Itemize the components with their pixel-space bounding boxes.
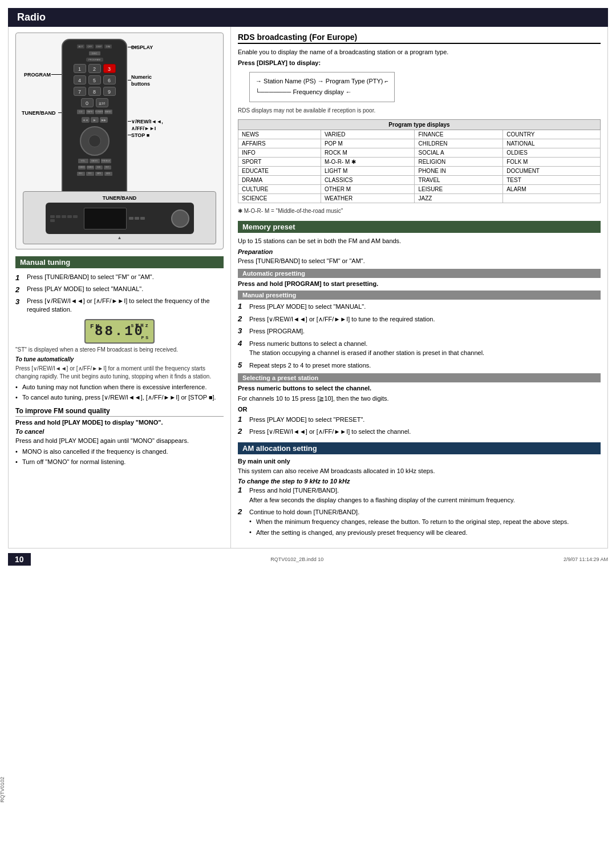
table-row: AFFAIRSPOP MCHILDRENNATIONAL [238, 139, 601, 148]
freq-display: FM 88.10 MHz ST PS [84, 319, 155, 344]
table-header: Program type displays [238, 120, 601, 130]
select-step-1: 1 Press [PLAY MODE] to select "PRESET". [238, 415, 601, 425]
manual-preset-step-1: 1 Press [PLAY MODE] to select "MANUAL". [238, 302, 601, 312]
or-text: OR [238, 406, 601, 413]
table-cell: NEWS [238, 130, 321, 139]
am-allocation-section: AM allocation setting By main unit only … [238, 442, 601, 539]
table-cell: POP M [321, 139, 415, 148]
table-cell: SPORT [238, 158, 321, 167]
memory-preset-bar: Memory preset [238, 221, 601, 233]
preparation-title: Preparation [238, 248, 601, 255]
press-display-label: Press [DISPLAY] to display: [238, 59, 601, 66]
rds-note: RDS displays may not be available if rec… [238, 107, 601, 115]
table-cell: LEISURE [415, 185, 503, 194]
auto-tune-bullet-2: • To cancel auto tuning, press [∨/REW/I◄… [15, 393, 224, 402]
table-row: DRAMACLASSICSTRAVELTEST [238, 176, 601, 185]
remote-diagram-area: AUT OFF DISP DIM DISC [15, 33, 224, 249]
selecting-note: For channels 10 to 15 press [≧10], then … [238, 394, 601, 404]
page-wrapper: Radio AUT [0, 8, 616, 568]
table-cell: ALARM [503, 185, 601, 194]
manual-step-3: 3 Press [∨/REW/I◄◄] or [∧/FF/►►I] to sel… [15, 297, 224, 314]
auto-presetting-bar: Automatic presetting [238, 269, 601, 278]
am-step2-bullet-2: • After the setting is changed, any prev… [249, 528, 569, 538]
manual-preset-step-2: 2 Press [∨/REW/I◄◄] or [∧/FF/►►I] to tun… [238, 314, 601, 324]
rds-section: RDS broadcasting (For Europe) Enable you… [238, 33, 601, 214]
am-step2-bullet-1: • When the minimum frequency changes, re… [249, 517, 569, 527]
table-cell: SCIENCE [238, 194, 321, 203]
stop-label: STOP ■ [131, 132, 149, 138]
manual-step-2: 2 Press [PLAY MODE] to select "MANUAL". [15, 285, 224, 294]
table-row: INFOROCK MSOCIAL AOLDIES [238, 148, 601, 158]
improve-bullet-1: • MONO is also cancelled if the frequenc… [15, 447, 224, 456]
memory-preset-body: Up to 15 stations can be set in both the… [238, 236, 601, 246]
table-cell: OTHER M [321, 185, 415, 194]
table-cell: CLASSICS [321, 176, 415, 185]
tuner-band-bottom-label: TUNER/BAND [103, 195, 137, 201]
rds-flow-line1: → Station Name (PS) → Program Type (PTY)… [256, 76, 388, 87]
manual-preset-step-3: 3 Press [PROGRAM]. [238, 326, 601, 336]
am-allocation-bar: AM allocation setting [238, 442, 601, 454]
freq-st-label: ST [131, 323, 140, 328]
manual-tuning-header: Manual tuning [15, 256, 224, 268]
am-step2-text: Continue to hold down [TUNER/BAND]. [249, 507, 569, 517]
page-footer: 10 RQTV0102_2B.indd 10 2/9/07 11:14:29 A… [0, 551, 616, 568]
page-number: 10 [8, 553, 31, 566]
table-row: SPORTM-O-R- M ✱RELIGIONFOLK M [238, 158, 601, 167]
by-main-unit-only: By main unit only [238, 458, 601, 465]
left-column: AUT OFF DISP DIM DISC [9, 27, 231, 548]
table-row: EDUCATELIGHT MPHONE INDOCUMENT [238, 167, 601, 176]
auto-tune-text: Press [∨/REW/I◄◄] or [∧/FF/►►I] for a mo… [15, 365, 224, 381]
table-cell: CULTURE [238, 185, 321, 194]
table-cell [503, 194, 601, 203]
improve-fm-instruction: Press and hold [PLAY MODE] to display "M… [15, 419, 224, 426]
table-row: CULTUREOTHER MLEISUREALARM [238, 185, 601, 194]
table-cell: AFFAIRS [238, 139, 321, 148]
table-cell: NATIONAL [503, 139, 601, 148]
auto-tune-title: To tune automatically [15, 356, 224, 362]
table-cell: VARIED [321, 130, 415, 139]
improve-fm-header: To improve FM sound quality [15, 407, 224, 417]
rds-flow-line2: └─────── Frequency display ← [256, 87, 388, 98]
rds-flow-diagram: → Station Name (PS) → Program Type (PTY)… [249, 72, 395, 103]
table-cell: OLDIES [503, 148, 601, 158]
table-cell: SOCIAL A [415, 148, 503, 158]
auto-tune-bullet-1: • Auto tuning may not function when ther… [15, 383, 224, 392]
improve-bullet-2: • Turn off "MONO" for normal listening. [15, 458, 224, 466]
st-note: "ST" is displayed when a stereo FM broad… [15, 346, 224, 354]
table-cell: TEST [503, 176, 601, 185]
table-cell: COUNTRY [503, 130, 601, 139]
table-cell: RELIGION [415, 158, 503, 167]
am-step-2: 2 Continue to hold down [TUNER/BAND]. • … [238, 507, 601, 539]
display-label: DISPLAY [131, 45, 153, 50]
right-column: RDS broadcasting (For Europe) Enable you… [231, 27, 607, 548]
memory-preset-section: Memory preset Up to 15 stations can be s… [238, 221, 601, 437]
table-cell: DOCUMENT [503, 167, 601, 176]
selecting-instruction: Press numeric buttons to select the chan… [238, 385, 601, 392]
table-row: SCIENCEWEATHERJAZZ [238, 194, 601, 203]
step4-text: Press numeric buttons to select a channe… [249, 339, 484, 349]
am-step-1: 1 Press and hold [TUNER/BAND]. After a f… [238, 486, 601, 505]
am-body: This system can also receive AM broadcas… [238, 466, 601, 476]
tuner-band-top-label: TUNER/BAND [22, 110, 56, 116]
table-row: NEWSVARIEDFINANCECOUNTRY [238, 130, 601, 139]
freq-ps-label: PS [141, 335, 150, 340]
freq-fm-label: FM [90, 323, 101, 330]
morm-note: ✱ M-O-R- M = "Middle-of-the-road music" [238, 208, 601, 214]
manual-step-1: 1 Press [TUNER/BAND] to select "FM" or "… [15, 273, 224, 282]
manual-preset-step-5: 5 Repeat steps 2 to 4 to preset more sta… [238, 361, 601, 370]
freq-display-wrap: FM 88.10 MHz ST PS [15, 319, 224, 344]
table-cell: CHILDREN [415, 139, 503, 148]
preparation-text: Press [TUNER/BAND] to select "FM" or "AM… [238, 256, 601, 266]
table-cell: M-O-R- M ✱ [321, 158, 415, 167]
table-cell: TRAVEL [415, 176, 503, 185]
table-cell: FOLK M [503, 158, 601, 167]
rds-title: RDS broadcasting (For Europe) [238, 33, 601, 44]
am-step1-subtext: After a few seconds the display changes … [249, 495, 515, 505]
change-step-title: To change the step to 9 kHz to 10 kHz [238, 478, 601, 485]
main-content: AUT OFF DISP DIM DISC [8, 27, 608, 548]
vrew-label: ∨/REW/I◄◄, [131, 119, 163, 124]
am-step1-text: Press and hold [TUNER/BAND]. [249, 486, 515, 495]
table-cell: FINANCE [415, 130, 503, 139]
numeric-buttons-label: Numericbuttons [131, 74, 152, 87]
table-cell: PHONE IN [415, 167, 503, 176]
